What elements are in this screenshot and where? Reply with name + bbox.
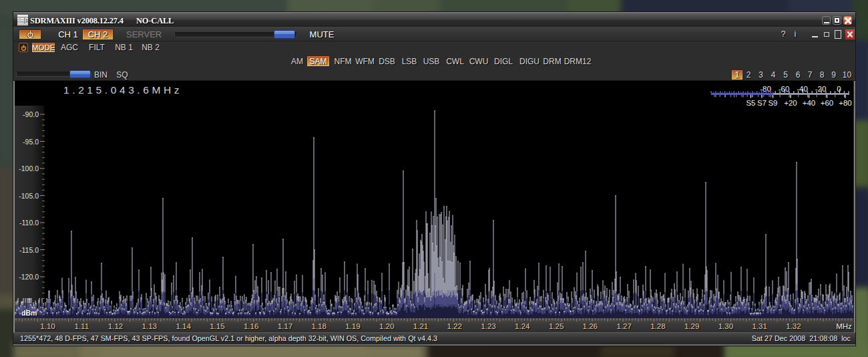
svg-text:S9: S9 [768, 99, 777, 107]
svg-text:0: 0 [837, 85, 841, 93]
svg-text:S5: S5 [746, 99, 755, 107]
svg-text:+60: +60 [821, 99, 834, 107]
svg-text:+40: +40 [803, 99, 816, 107]
svg-text:S7: S7 [757, 99, 767, 107]
svg-text:+80: +80 [839, 99, 852, 107]
svg-text:+20: +20 [784, 99, 797, 107]
